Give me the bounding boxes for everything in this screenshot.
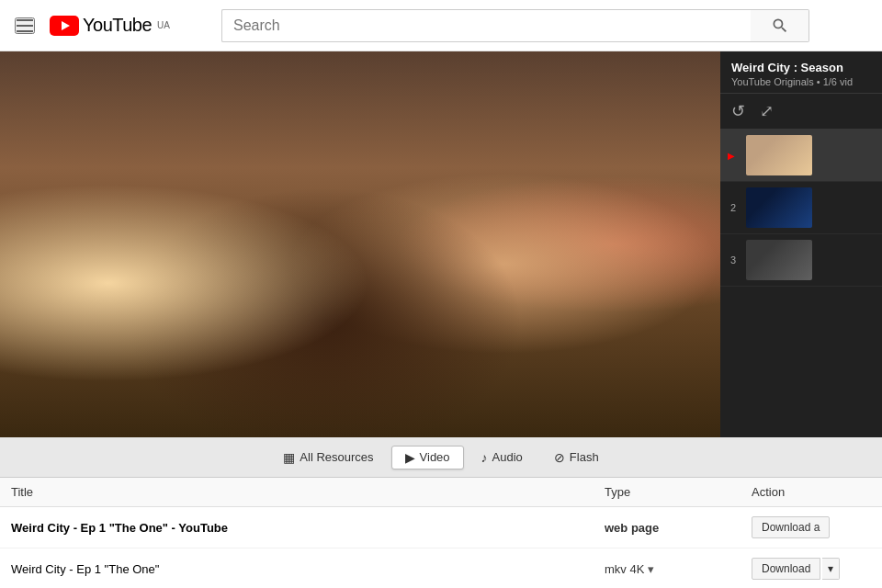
tab-video[interactable]: ▶ Video: [391, 446, 464, 469]
resource-tabs: ▦ All Resources ▶ Video ♪ Audio ⊘ Flash: [0, 437, 882, 478]
tab-video-label: Video: [420, 450, 450, 464]
playlist-thumbnail-2: [746, 187, 812, 228]
download-button[interactable]: Download: [752, 558, 820, 580]
playlist-item-num: 3: [728, 254, 739, 266]
all-resources-icon: ▦: [283, 450, 295, 465]
playlist-sidebar: Weird City : Season YouTube Originals • …: [720, 51, 882, 437]
video-thumbnail: [0, 51, 720, 437]
header: YouTubeUA: [0, 0, 882, 51]
table-area: Title Type Action Weird City - Ep 1 "The…: [0, 478, 882, 588]
video-icon: ▶: [405, 450, 415, 465]
type-dropdown-arrow-icon[interactable]: ▾: [648, 562, 654, 576]
search-input[interactable]: [221, 9, 751, 42]
playlist-item[interactable]: 3: [720, 234, 882, 287]
search-form: [221, 9, 809, 42]
download-button[interactable]: Download a: [752, 516, 830, 538]
tab-flash-label: Flash: [570, 450, 599, 464]
playlist-item[interactable]: 2: [720, 182, 882, 234]
tab-flash[interactable]: ⊘ Flash: [540, 446, 613, 469]
row-title: Weird City - Ep 1 "The One": [11, 562, 605, 576]
logo-text: YouTube: [83, 15, 152, 36]
sidebar-header: Weird City : Season YouTube Originals • …: [720, 51, 882, 94]
youtube-logo-icon: [50, 16, 79, 36]
table-header: Title Type Action: [0, 478, 882, 507]
flash-icon: ⊘: [554, 450, 565, 465]
download-dropdown-button[interactable]: ▾: [822, 558, 840, 580]
col-action-header: Action: [752, 485, 871, 499]
logo-badge: UA: [157, 20, 170, 30]
audio-icon: ♪: [481, 450, 488, 465]
row-action: Download ▾: [752, 558, 871, 580]
logo-area: YouTubeUA: [50, 15, 170, 36]
row-title: Weird City - Ep 1 "The One" - YouTube: [11, 521, 605, 535]
video-section: Weird City : Season YouTube Originals • …: [0, 51, 882, 437]
playlist-item[interactable]: ▶ 1: [720, 130, 882, 182]
search-button[interactable]: [751, 9, 809, 42]
loop-button[interactable]: ↺: [731, 101, 745, 121]
col-title-header: Title: [11, 485, 605, 499]
row-type: mkv 4K ▾: [605, 562, 752, 576]
sidebar-subtitle: YouTube Originals • 1/6 vid: [731, 76, 871, 87]
video-player[interactable]: [0, 51, 720, 437]
sidebar-controls: ↺ ⤢: [720, 94, 882, 130]
main-content: Weird City : Season YouTube Originals • …: [0, 51, 882, 588]
row-type-value: web page: [605, 521, 659, 535]
row-type: web page: [605, 521, 752, 535]
expand-button[interactable]: ⤢: [760, 101, 774, 121]
playlist-items: ▶ 1 2 3: [720, 130, 882, 437]
sidebar-title: Weird City : Season: [731, 61, 871, 74]
tab-audio[interactable]: ♪ Audio: [468, 446, 537, 469]
table-row: Weird City - Ep 1 "The One" - YouTube we…: [0, 507, 882, 548]
row-action: Download a: [752, 516, 871, 538]
playlist-thumbnail-1: [746, 135, 812, 175]
play-indicator-icon: ▶: [728, 151, 735, 161]
row-type-value: mkv 4K: [605, 562, 644, 576]
menu-button[interactable]: [15, 17, 35, 34]
playlist-item-num: 2: [728, 202, 739, 213]
col-type-header: Type: [605, 485, 752, 499]
search-icon: [771, 17, 789, 35]
tab-audio-label: Audio: [492, 450, 523, 464]
video-scene: [0, 51, 720, 437]
tab-all-resources-label: All Resources: [300, 450, 373, 464]
table-row: Weird City - Ep 1 "The One" mkv 4K ▾ Dow…: [0, 548, 882, 588]
tab-all-resources[interactable]: ▦ All Resources: [269, 446, 387, 469]
playlist-thumbnail-3: [746, 240, 812, 280]
